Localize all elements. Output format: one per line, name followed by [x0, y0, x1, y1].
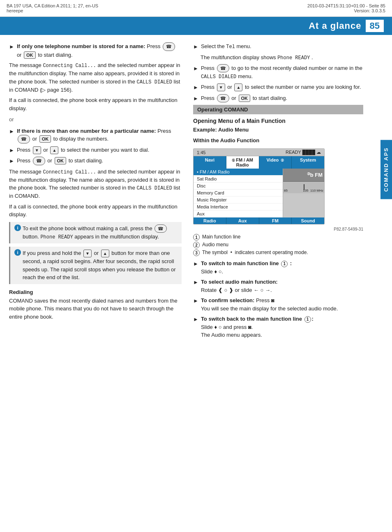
- arrow-icon-3: ►: [9, 146, 14, 155]
- bullet-press-dialed: ► Press ☎ to go to the most recently dia…: [193, 64, 363, 81]
- display-status: READY ████ ☁: [286, 150, 321, 155]
- circle-2-inline: ②: [281, 158, 284, 162]
- redialing-heading: Redialing: [9, 289, 182, 295]
- menu-system: System: [292, 156, 324, 169]
- chapter-label: COMAND APS: [380, 140, 392, 199]
- main-content: ► If only one telephone number is stored…: [0, 35, 392, 349]
- within-title: Within the Audio Function: [193, 136, 363, 145]
- image-credit: P82.87-5499-31: [193, 226, 363, 232]
- display-top-bar: 1:45 READY ████ ☁: [194, 149, 324, 156]
- caption-1: 1 Main function line: [193, 234, 363, 241]
- para-connecting-1: The message Connecting Call... and the s…: [9, 61, 182, 94]
- bullet-start-dialing: ► Press ☎ or OK to start dialing.: [9, 157, 182, 165]
- example-title: Example: Audio Menu: [193, 126, 363, 134]
- nav-up-btn-2[interactable]: ▲: [101, 250, 109, 257]
- caption-2: 2 Audio menu: [193, 242, 363, 248]
- list-item-aux: Aux: [194, 210, 283, 217]
- display-right-panel: ③ b FM 85 105 110 MHz: [283, 169, 324, 217]
- end-btn-1[interactable]: ☎: [154, 224, 167, 233]
- audio-display: 1:45 READY ████ ☁ Navi ①FM / AM Radio Vi…: [193, 148, 325, 224]
- list-item-music: Music Register: [194, 197, 283, 204]
- para-connecting-2: The message Connecting Call... and the s…: [9, 168, 182, 200]
- bullet-switch-main: ► To switch to main function line 1 : Sl…: [193, 259, 363, 275]
- nav-down-btn-3[interactable]: ▼: [217, 83, 225, 91]
- bullet-press-dial: ► Press ☎ or OK to start dialing.: [193, 94, 363, 103]
- ok-btn-3[interactable]: OK: [55, 157, 67, 164]
- info-box-1: i To exit the phone book without making …: [9, 222, 182, 244]
- page-number: 85: [366, 20, 384, 32]
- display-bottom-row: Radio Aux FM Sound: [194, 217, 324, 224]
- header-right: 2010-03-24T15:31:10+01:00 - Seite 85 Ver…: [307, 3, 385, 13]
- tuner-indicator: [304, 184, 304, 190]
- bottom-fm: FM: [259, 217, 292, 224]
- para-connected-1: If a call is connected, the phone book e…: [9, 96, 182, 112]
- info-box-2: i If you press and hold the ▼ or ▲ butto…: [9, 247, 182, 284]
- subsection-opening-menu: Opening Menu of a Main Function: [193, 118, 363, 124]
- header-left: BA 197 USA, CA Edition A 2011; 1; 27, en…: [7, 3, 98, 13]
- ok-btn-1[interactable]: OK: [24, 51, 36, 59]
- list-item-media: Media Interface: [194, 204, 283, 210]
- bullet-one-number: ► If only one telephone number is stored…: [9, 42, 182, 59]
- fm-display: ③ b FM: [283, 169, 324, 182]
- bottom-sound: Sound: [292, 217, 324, 224]
- tuner-bar: 85 105 110 MHz: [283, 182, 324, 193]
- menu-video: Video ②: [259, 156, 292, 169]
- bullet-select-tel: ► Select the Tel menu.: [193, 42, 363, 51]
- display-list: • FM / AM Radio Sat Radio Disc Memory Ca…: [194, 169, 283, 217]
- info-icon-2: i: [14, 249, 21, 256]
- arrow-icon-8: ►: [193, 95, 198, 103]
- title-bar: At a glance 85: [0, 17, 392, 35]
- bottom-aux: Aux: [226, 217, 259, 224]
- para-phone-ready: The multifunction display shows Phone RE…: [201, 53, 363, 62]
- phone-btn-1[interactable]: ☎: [163, 42, 175, 51]
- phone-btn-5[interactable]: ☎: [217, 94, 229, 103]
- list-item-memory: Memory Card: [194, 190, 283, 197]
- bullet-select-audio: ► To select audio main function: Rotate …: [193, 278, 363, 294]
- page-header: BA 197 USA, CA Edition A 2011; 1; 27, en…: [0, 0, 392, 17]
- arrow-icon-11: ►: [193, 297, 198, 312]
- phone-btn-4[interactable]: ☎: [217, 64, 229, 73]
- display-body: • FM / AM Radio Sat Radio Disc Memory Ca…: [194, 169, 324, 217]
- arrow-icon-7: ►: [193, 83, 198, 92]
- caption-3: 3 The symbol • indicates current operati…: [193, 250, 363, 256]
- bullet-press-select: ► Press ▼ or ▲ to select the number or n…: [193, 83, 363, 92]
- arrow-icon: ►: [9, 43, 14, 59]
- info-icon-1: i: [14, 224, 21, 231]
- bullet-multi-number: ► If there is more than one number for a…: [9, 127, 182, 143]
- page-title: At a glance: [309, 21, 361, 31]
- arrow-icon-4: ►: [9, 157, 14, 165]
- arrow-icon-2: ►: [9, 127, 14, 143]
- bullet-confirm: ► To confirm selection: Press ◙ You will…: [193, 296, 363, 312]
- list-item-fm-am: • FM / AM Radio: [194, 169, 283, 176]
- freq-right: 105 110 MHz: [303, 189, 323, 192]
- freq-left: 85: [284, 189, 288, 192]
- bullet-select-number: ► Press ▼ or ▲ to select the number you …: [9, 146, 182, 155]
- nav-down-btn-1[interactable]: ▼: [33, 146, 41, 154]
- nav-down-btn-2[interactable]: ▼: [83, 250, 92, 257]
- left-column: ► If only one telephone number is stored…: [0, 42, 189, 342]
- display-time: 1:45: [197, 150, 205, 155]
- circle-1-inline: ①: [232, 158, 235, 162]
- nav-up-btn-1[interactable]: ▲: [50, 146, 58, 154]
- display-menu-row: Navi ①FM / AM Radio Video ② System: [194, 156, 324, 169]
- section-header-operating: Operating COMAND: [193, 105, 363, 114]
- list-item-disc: Disc: [194, 183, 283, 190]
- circle-ref-1: 1: [281, 261, 288, 267]
- or-divider: or: [9, 116, 182, 124]
- list-item-sat: Sat Radio: [194, 176, 283, 183]
- phone-btn-3[interactable]: ☎: [33, 157, 45, 165]
- arrow-icon-12: ►: [193, 315, 198, 339]
- ok-btn-4[interactable]: OK: [239, 95, 251, 102]
- circle-ref-1b: 1: [304, 316, 311, 323]
- bullet-switch-back: ► To switch back to the main function li…: [193, 315, 363, 339]
- para-connected-2: If a call is connected, the phone book e…: [9, 203, 182, 219]
- arrow-icon-5: ►: [193, 43, 198, 51]
- menu-navi: Navi: [194, 156, 226, 169]
- circle-3-right: ③: [307, 172, 310, 176]
- nav-up-btn-3[interactable]: ▲: [234, 83, 242, 91]
- arrow-icon-10: ►: [193, 278, 198, 294]
- phone-btn-2[interactable]: ☎: [18, 135, 30, 143]
- menu-fm-am: ①FM / AM Radio: [226, 156, 259, 169]
- redialing-text: COMAND saves the most recently dialed na…: [9, 297, 182, 321]
- ok-btn-2[interactable]: OK: [39, 135, 51, 143]
